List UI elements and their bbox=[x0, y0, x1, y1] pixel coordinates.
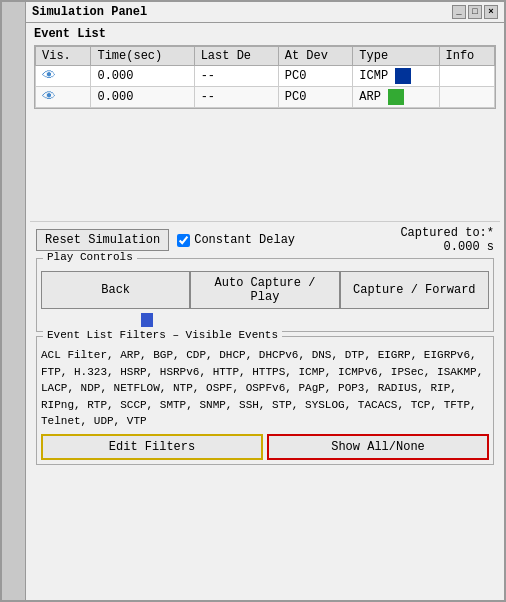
eye-icon: 👁 bbox=[42, 68, 56, 84]
reset-simulation-button[interactable]: Reset Simulation bbox=[36, 229, 169, 251]
restore-button[interactable]: □ bbox=[468, 5, 482, 19]
title-bar: Simulation Panel _ □ × bbox=[26, 2, 504, 23]
eye-icon: 👁 bbox=[42, 89, 56, 105]
at-device-cell: PC0 bbox=[278, 87, 353, 108]
info-cell bbox=[439, 66, 495, 87]
filters-title: Event List Filters – Visible Events bbox=[43, 329, 282, 341]
type-color-box bbox=[388, 89, 404, 105]
back-button[interactable]: Back bbox=[41, 271, 190, 309]
close-button[interactable]: × bbox=[484, 5, 498, 19]
info-cell bbox=[439, 87, 495, 108]
type-cell: ARP bbox=[353, 87, 439, 108]
play-controls-box: Play Controls Back Auto Capture / Play C… bbox=[36, 258, 494, 332]
empty-area bbox=[30, 111, 500, 221]
last-device-cell: -- bbox=[194, 87, 278, 108]
window-title: Simulation Panel bbox=[32, 5, 147, 19]
event-list-container: Vis. Time(sec) Last De At Dev Type Info … bbox=[34, 45, 496, 109]
filters-box: Event List Filters – Visible Events ACL … bbox=[36, 336, 494, 465]
play-controls-title: Play Controls bbox=[43, 251, 137, 263]
type-color-box bbox=[395, 68, 411, 84]
captured-info: Captured to:* 0.000 s bbox=[400, 226, 494, 254]
table-row[interactable]: 👁0.000--PC0ARP bbox=[36, 87, 495, 108]
time-cell: 0.000 bbox=[91, 87, 194, 108]
col-at-device: At Dev bbox=[278, 47, 353, 66]
captured-value: 0.000 s bbox=[444, 240, 494, 254]
progress-indicator bbox=[141, 313, 153, 327]
constant-delay-label[interactable]: Constant Delay bbox=[177, 233, 295, 247]
minimize-button[interactable]: _ bbox=[452, 5, 466, 19]
constant-delay-checkbox[interactable] bbox=[177, 234, 190, 247]
progress-row bbox=[41, 313, 489, 327]
last-device-cell: -- bbox=[194, 66, 278, 87]
col-vis: Vis. bbox=[36, 47, 91, 66]
simulation-panel-window: Simulation Panel _ □ × Event List Vis. T… bbox=[0, 0, 506, 602]
constant-delay-text: Constant Delay bbox=[194, 233, 295, 247]
col-time: Time(sec) bbox=[91, 47, 194, 66]
auto-capture-play-button[interactable]: Auto Capture / Play bbox=[190, 271, 339, 309]
col-info: Info bbox=[439, 47, 495, 66]
col-last-device: Last De bbox=[194, 47, 278, 66]
time-cell: 0.000 bbox=[91, 66, 194, 87]
event-list-section-label: Event List bbox=[30, 25, 500, 43]
captured-label: Captured to: bbox=[400, 226, 486, 240]
filters-text: ACL Filter, ARP, BGP, CDP, DHCP, DHCPv6,… bbox=[41, 347, 489, 430]
vis-cell[interactable]: 👁 bbox=[36, 66, 91, 87]
edit-filters-button[interactable]: Edit Filters bbox=[41, 434, 263, 460]
controls-area: Reset Simulation Constant Delay Captured… bbox=[30, 221, 500, 473]
left-strip bbox=[2, 2, 26, 600]
capture-forward-button[interactable]: Capture / Forward bbox=[340, 271, 489, 309]
table-row[interactable]: 👁0.000--PC0ICMP bbox=[36, 66, 495, 87]
vis-cell[interactable]: 👁 bbox=[36, 87, 91, 108]
event-table: Vis. Time(sec) Last De At Dev Type Info … bbox=[35, 46, 495, 108]
at-device-cell: PC0 bbox=[278, 66, 353, 87]
filter-buttons-row: Edit Filters Show All/None bbox=[41, 434, 489, 460]
play-buttons-row: Back Auto Capture / Play Capture / Forwa… bbox=[41, 271, 489, 309]
reset-row: Reset Simulation Constant Delay Captured… bbox=[36, 226, 494, 254]
title-bar-controls: _ □ × bbox=[452, 5, 498, 19]
col-type: Type bbox=[353, 47, 439, 66]
show-all-none-button[interactable]: Show All/None bbox=[267, 434, 489, 460]
type-cell: ICMP bbox=[353, 66, 439, 87]
